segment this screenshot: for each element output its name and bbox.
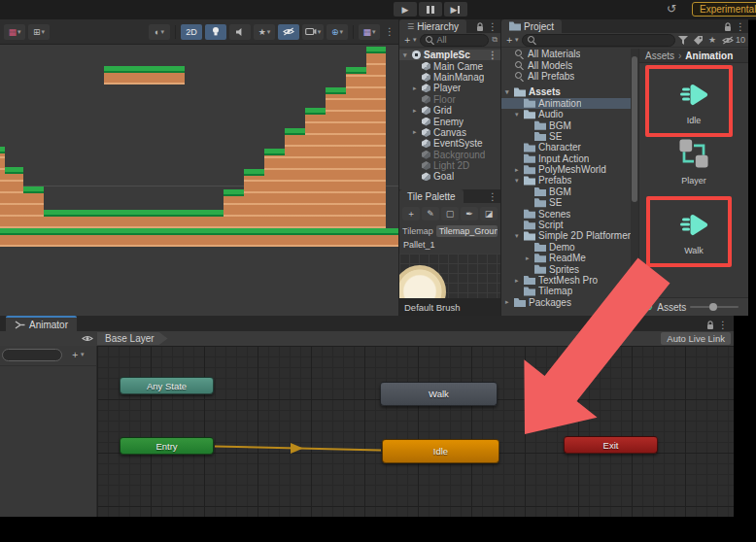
shading-mode-icon[interactable]: ◐▾ xyxy=(149,24,170,40)
palette-name-dropdown[interactable]: Pallet_1 xyxy=(399,240,500,252)
default-brush-dropdown[interactable]: Default Brush xyxy=(399,298,500,316)
project-tree-item[interactable]: ▸Packages xyxy=(501,297,631,308)
state-entry[interactable]: Entry xyxy=(120,437,214,455)
grid-visibility-icon[interactable]: ▦▾ xyxy=(359,24,380,40)
step-button[interactable]: ▶ xyxy=(444,2,467,17)
favorites-item[interactable]: All Prefabs xyxy=(501,71,631,82)
hierarchy-item[interactable]: MainManag xyxy=(399,72,500,83)
lock-icon[interactable] xyxy=(476,22,484,32)
base-layer-breadcrumb[interactable]: Base Layer xyxy=(97,332,168,345)
label-tag-icon[interactable] xyxy=(694,36,703,45)
expand-arrow-icon[interactable]: ▸ xyxy=(413,128,422,136)
tile-select-tool-icon[interactable]: ▢ xyxy=(441,207,459,220)
asset-zoom-slider[interactable] xyxy=(690,306,739,308)
collab-refresh-icon[interactable]: ↻ xyxy=(644,301,653,314)
asset-idle[interactable]: Idle xyxy=(639,78,748,125)
expand-arrow-icon[interactable]: ▸ xyxy=(413,85,422,92)
tile-palette-preview[interactable] xyxy=(399,254,500,298)
hierarchy-item[interactable]: EventSyste xyxy=(399,138,500,149)
project-tree-item[interactable]: ▾Audio xyxy=(501,109,631,119)
tab-project[interactable]: Project xyxy=(501,19,562,33)
state-idle[interactable]: Idle xyxy=(382,439,499,463)
project-tree-item[interactable]: ▸PolyMeshWorld xyxy=(501,164,631,175)
project-tree-item[interactable]: ▾Assets xyxy=(501,86,631,97)
hierarchy-item[interactable]: Goal xyxy=(399,171,500,182)
toggle-2d-button[interactable]: 2D xyxy=(181,24,202,40)
state-exit[interactable]: Exit xyxy=(564,436,658,454)
scene-effects-icon[interactable]: ★▾ xyxy=(254,24,275,40)
scene-lighting-icon[interactable] xyxy=(205,24,226,40)
project-tree-item[interactable]: Script xyxy=(501,220,631,230)
expand-arrow-icon[interactable]: ▾ xyxy=(515,232,524,240)
expand-arrow-icon[interactable]: ▸ xyxy=(515,166,524,174)
eye-visibility-icon[interactable] xyxy=(82,334,93,343)
hierarchy-item[interactable]: Floor xyxy=(399,94,500,105)
auto-live-link-button[interactable]: Auto Live Link xyxy=(661,332,731,345)
hierarchy-item[interactable]: Light 2D xyxy=(399,160,500,171)
project-tree-item[interactable]: Character xyxy=(501,142,631,152)
expand-arrow-icon[interactable]: ▸ xyxy=(515,277,524,285)
pause-button[interactable] xyxy=(419,2,442,17)
asset-player[interactable]: Player xyxy=(639,134,748,186)
project-tree-item[interactable]: BGM xyxy=(501,119,631,130)
scene-menu-kebab-icon[interactable]: ⋮ xyxy=(385,26,395,37)
hierarchy-item[interactable]: ▸Player xyxy=(399,83,500,93)
favorites-item[interactable]: All Materials xyxy=(501,49,631,59)
tab-hierarchy[interactable]: ☰Hierarchy xyxy=(399,19,466,33)
gizmos-target-icon[interactable]: ⊕▾ xyxy=(326,24,348,40)
hierarchy-item[interactable]: ▸Canvas xyxy=(399,127,500,138)
search-picker-icon[interactable]: ⧉ xyxy=(492,35,498,45)
tab-animator[interactable]: Animator xyxy=(6,316,77,331)
scene-viewport[interactable] xyxy=(0,45,398,316)
project-tree-item[interactable]: ▸TextMesh Pro xyxy=(501,275,631,286)
hierarchy-item[interactable]: Main Came xyxy=(399,60,500,71)
project-tree-item[interactable]: Sprites xyxy=(501,263,631,274)
tilemap-dropdown[interactable]: Tilemap_Groun xyxy=(436,225,498,237)
hierarchy-add-button[interactable]: ＋▾ xyxy=(402,33,417,47)
project-tree-scrollbar[interactable] xyxy=(631,49,638,316)
tile-eraser-tool-icon[interactable]: ◪ xyxy=(480,207,498,220)
project-tree-item[interactable]: ▸ReadMe xyxy=(501,253,631,263)
favorites-item[interactable]: All Models xyxy=(501,59,631,70)
state-any-state[interactable]: Any State xyxy=(120,377,214,394)
project-tree-item[interactable]: Scenes xyxy=(501,208,631,219)
animator-menu-kebab-icon[interactable]: ⋮ xyxy=(718,320,728,330)
project-menu-kebab-icon[interactable]: ⋮ xyxy=(736,21,745,32)
tile-move-tool-icon[interactable]: ＋ xyxy=(402,207,420,220)
expand-arrow-icon[interactable]: ▸ xyxy=(413,107,422,115)
scene-audio-icon[interactable] xyxy=(229,24,251,40)
project-tree-item[interactable]: SE xyxy=(501,197,631,208)
hidden-count-toggle[interactable]: 10 xyxy=(722,35,745,45)
project-add-button[interactable]: ＋▾ xyxy=(504,33,519,47)
hierarchy-item[interactable]: Enemy xyxy=(399,116,500,126)
project-tree-item[interactable]: BGM xyxy=(501,186,631,197)
breadcrumb-root[interactable]: Assets xyxy=(645,51,674,61)
expand-arrow-icon[interactable]: ▾ xyxy=(403,51,412,59)
scrollbar-thumb[interactable] xyxy=(632,56,637,202)
expand-arrow-icon[interactable]: ▸ xyxy=(505,298,514,306)
lock-icon[interactable] xyxy=(724,22,732,32)
tab-tile-palette[interactable]: Tile Palette xyxy=(399,189,464,203)
hierarchy-menu-kebab-icon[interactable]: ⋮ xyxy=(488,21,498,32)
animator-search-input[interactable] xyxy=(2,349,62,361)
project-tree-item[interactable]: Tilemap xyxy=(501,286,631,296)
project-tree-item[interactable]: ▾Simple 2D Platformer BE xyxy=(501,230,631,241)
project-tree-item[interactable]: Demo xyxy=(501,242,631,253)
slider-knob[interactable] xyxy=(709,303,717,311)
tile-brush-tool-icon[interactable]: ✎ xyxy=(422,207,439,220)
scene-kebab-icon[interactable]: ⋮ xyxy=(488,50,500,60)
animator-add-button[interactable]: ＋▾ xyxy=(70,348,85,361)
project-tree-item[interactable]: ▾Prefabs xyxy=(501,175,631,186)
scene-visibility-icon[interactable] xyxy=(278,24,299,40)
expand-arrow-icon[interactable]: ▾ xyxy=(505,88,514,96)
hierarchy-item[interactable]: ▸Grid xyxy=(399,105,500,116)
grid-snap-icon[interactable]: ▦▾ xyxy=(4,24,25,40)
project-tree-item-selected[interactable]: Animation xyxy=(501,98,631,109)
experimental-packages-badge[interactable]: Experimental Packages In Use xyxy=(692,2,756,17)
lock-icon[interactable] xyxy=(706,321,714,330)
tile-picker-tool-icon[interactable]: ✒ xyxy=(461,207,478,220)
hierarchy-item-scene[interactable]: ▾ SampleSc ⋮ xyxy=(399,50,500,60)
hierarchy-search-input[interactable]: All xyxy=(420,34,490,47)
project-tree-item[interactable]: SE xyxy=(501,131,631,142)
hierarchy-item[interactable]: Background xyxy=(399,150,500,160)
